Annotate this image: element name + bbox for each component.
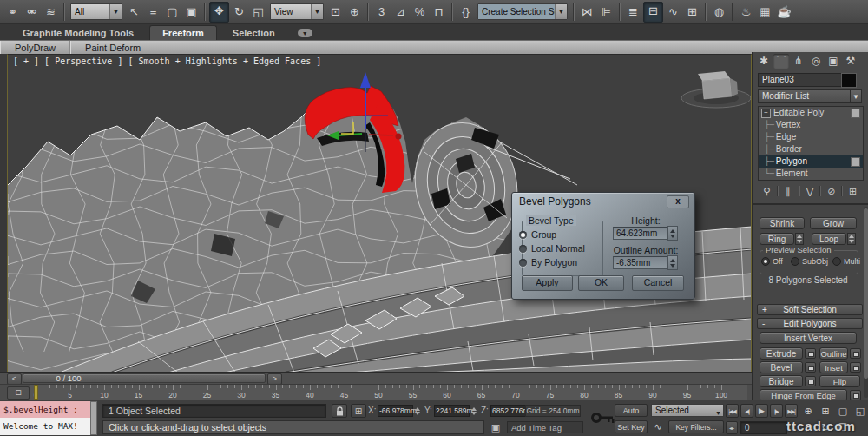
unlink-selection-icon[interactable]: ⚮ bbox=[23, 3, 41, 22]
go-to-start-button[interactable]: |◀◀ bbox=[726, 404, 739, 418]
close-icon[interactable]: x bbox=[667, 195, 689, 208]
select-and-rotate-icon[interactable]: ↻ bbox=[230, 3, 248, 22]
object-color-swatch[interactable] bbox=[841, 73, 857, 88]
shrink-button[interactable]: Shrink bbox=[760, 217, 805, 229]
scrollbar-thumb[interactable] bbox=[864, 208, 868, 379]
play-button[interactable]: ▶ bbox=[755, 404, 768, 418]
radio-multi[interactable] bbox=[832, 257, 841, 266]
key-filters-button[interactable]: Key Filters... bbox=[668, 420, 724, 433]
modifier-stack[interactable]: −Editable Poly├─Vertex├─Edge├─Border├─Po… bbox=[758, 106, 864, 181]
configure-modifier-sets-icon[interactable]: ⊞ bbox=[845, 186, 861, 197]
radio-local-normal[interactable] bbox=[519, 245, 527, 253]
edit-polygons-rollout[interactable]: - Edit Polygons bbox=[757, 318, 863, 329]
visibility-icon[interactable] bbox=[851, 109, 860, 118]
rectangular-selection-region-icon[interactable]: ▢ bbox=[163, 3, 181, 22]
radio-group-row[interactable]: Group bbox=[519, 229, 556, 240]
extrude-button[interactable]: Extrude bbox=[760, 347, 803, 360]
remove-modifier-icon[interactable]: ⊘ bbox=[824, 186, 839, 197]
ribbon-tab-selection[interactable]: Selection bbox=[220, 26, 287, 40]
bind-to-space-warp-icon[interactable]: ≋ bbox=[42, 3, 60, 22]
utilities-tab-icon[interactable]: ⚒ bbox=[843, 54, 858, 69]
zoom-all-icon[interactable]: ⊞ bbox=[818, 404, 833, 418]
loop-spinner[interactable] bbox=[847, 233, 856, 245]
show-end-result-icon[interactable]: ∥ bbox=[780, 186, 796, 197]
time-slider-marker[interactable] bbox=[34, 385, 38, 400]
set-key-button[interactable]: Set Key bbox=[615, 420, 648, 433]
stack-item-border[interactable]: ├─Border bbox=[759, 143, 863, 155]
soft-selection-title[interactable]: Soft Selection bbox=[783, 305, 837, 314]
extrude-settings-icon[interactable] bbox=[805, 348, 816, 359]
radio-by-polygon-row[interactable]: By Polygon bbox=[519, 257, 577, 268]
select-and-manipulate-icon[interactable]: ⊕ bbox=[345, 3, 364, 22]
spinner-snap-toggle-icon[interactable]: ⊓ bbox=[430, 3, 448, 22]
loop-button[interactable]: Loop bbox=[812, 233, 846, 245]
subtab-polydraw[interactable]: PolyDraw bbox=[0, 41, 70, 54]
stack-item-editable-poly[interactable]: −Editable Poly bbox=[759, 107, 863, 119]
stack-item-edge[interactable]: ├─Edge bbox=[759, 131, 863, 143]
create-tab-icon[interactable]: ✱ bbox=[756, 54, 772, 69]
next-frame-button[interactable]: |▶ bbox=[770, 404, 783, 418]
layer-manager-icon[interactable]: ≣ bbox=[624, 3, 642, 22]
time-tag-icon[interactable]: ▣ bbox=[489, 421, 503, 433]
mini-trackbar-icon[interactable]: ⊟ bbox=[7, 386, 30, 400]
subtab-paint-deform[interactable]: Paint Deform bbox=[70, 41, 155, 54]
scene-explorer-icon[interactable]: ⊟ bbox=[643, 2, 663, 23]
zoom-region-icon[interactable]: ◱ bbox=[852, 404, 868, 418]
percent-snap-toggle-icon[interactable]: % bbox=[411, 3, 429, 22]
z-coordinate-field[interactable]: 6852.776m bbox=[490, 405, 526, 417]
selection-filter-dropdown[interactable]: All▼ bbox=[70, 3, 122, 20]
radio-subobj[interactable] bbox=[791, 257, 799, 266]
radio-by-polygon-label[interactable]: By Polygon bbox=[531, 257, 577, 268]
schematic-view-icon[interactable]: ⊞ bbox=[683, 3, 701, 22]
key-mode-dropdown[interactable]: Selected ▼ bbox=[651, 404, 724, 417]
radio-by-polygon[interactable] bbox=[519, 259, 527, 267]
grow-button[interactable]: Grow bbox=[810, 217, 857, 229]
select-and-scale-icon[interactable]: ◱ bbox=[249, 3, 267, 22]
maxscript-listener-input[interactable]: $.bevelHeight : bbox=[0, 401, 90, 418]
ring-spinner[interactable] bbox=[795, 233, 804, 245]
auto-key-button[interactable]: Auto Key bbox=[615, 404, 648, 417]
go-to-end-button[interactable]: ▶▶| bbox=[785, 404, 798, 418]
height-spinner[interactable] bbox=[667, 226, 678, 241]
outline-settings-icon[interactable] bbox=[850, 348, 861, 359]
chevron-down-icon[interactable]: ▼ bbox=[850, 89, 862, 103]
bridge-settings-icon[interactable] bbox=[805, 376, 816, 386]
collapse-icon[interactable]: - bbox=[762, 319, 765, 329]
bridge-button[interactable]: Bridge bbox=[760, 375, 803, 387]
selection-lock-icon[interactable] bbox=[332, 404, 347, 418]
material-editor-icon[interactable]: ◍ bbox=[710, 3, 728, 22]
stack-item-element[interactable]: └─Element bbox=[759, 168, 863, 180]
preview-option-subobj[interactable]: SubObj bbox=[791, 257, 828, 266]
zoom-icon[interactable]: ⊕ bbox=[800, 404, 816, 418]
outline-amount-spinner[interactable] bbox=[667, 255, 678, 270]
soft-selection-rollout[interactable]: + Soft Selection bbox=[757, 304, 863, 315]
previous-frame-button[interactable]: ◀| bbox=[740, 404, 753, 418]
select-by-name-icon[interactable]: ≡ bbox=[144, 3, 162, 22]
bevel-button[interactable]: Bevel bbox=[760, 361, 803, 373]
ribbon-tab-graphite-modeling-tools[interactable]: Graphite Modeling Tools bbox=[10, 26, 146, 40]
bevel-settings-icon[interactable] bbox=[805, 362, 816, 373]
flip-button[interactable]: Flip bbox=[819, 375, 860, 387]
y-spinner[interactable] bbox=[470, 405, 477, 417]
modifier-list-dropdown[interactable]: Modifier List bbox=[758, 89, 853, 103]
height-field[interactable]: 64.623mm bbox=[613, 227, 668, 240]
snaps-toggle-icon[interactable]: 3 bbox=[372, 3, 391, 22]
expand-icon[interactable]: + bbox=[762, 305, 767, 315]
ring-button[interactable]: Ring bbox=[760, 233, 794, 245]
stack-item-vertex[interactable]: ├─Vertex bbox=[759, 119, 863, 131]
stack-item-polygon[interactable]: ├─Polygon bbox=[759, 155, 863, 168]
viewport-label[interactable]: [ + ] [ Perspective ] [ Smooth + Highlig… bbox=[13, 56, 321, 66]
maxscript-listener-output[interactable]: Welcome to MAX! bbox=[0, 418, 90, 435]
chevron-down-icon[interactable]: ▼ bbox=[311, 4, 323, 19]
zoom-extents-icon[interactable]: ▢ bbox=[835, 404, 851, 418]
panel-scrollbar[interactable] bbox=[864, 207, 868, 398]
cancel-button[interactable]: Cancel bbox=[632, 275, 684, 291]
chevron-down-icon[interactable]: ▼ bbox=[555, 4, 567, 19]
angle-snap-toggle-icon[interactable]: ⊿ bbox=[391, 3, 410, 22]
radio-local-normal-row[interactable]: Local Normal bbox=[519, 243, 585, 254]
edit-polygons-title[interactable]: Edit Polygons bbox=[783, 319, 836, 328]
rendered-frame-window-icon[interactable]: ▦ bbox=[756, 3, 774, 22]
ribbon-minimize-icon[interactable]: ▼ bbox=[298, 29, 312, 37]
named-selection-sets-dropdown[interactable]: Create Selection Se▼ bbox=[477, 3, 568, 20]
insert-vertex-button[interactable]: Insert Vertex bbox=[760, 332, 857, 344]
